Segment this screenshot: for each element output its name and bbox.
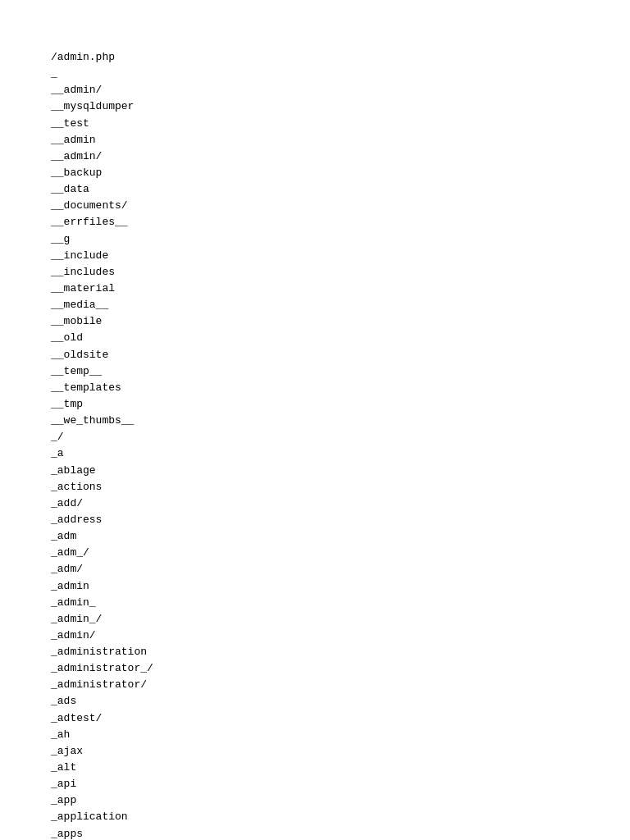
- list-item: __templates: [51, 380, 630, 396]
- file-list: /admin.php___admin/__mysqldumper__test__…: [51, 49, 630, 840]
- list-item: _alt: [51, 760, 630, 776]
- list-item: __old: [51, 330, 630, 346]
- list-item: __admin/: [51, 82, 630, 98]
- list-item: _admin: [51, 578, 630, 595]
- list-item: __temp__: [51, 363, 630, 380]
- list-item: __g: [51, 231, 630, 248]
- list-item: __errfiles__: [51, 214, 630, 231]
- list-item: _ads: [51, 693, 630, 710]
- list-item: __mobile: [51, 313, 630, 330]
- list-item: _actions: [51, 479, 630, 495]
- list-item: _adtest/: [51, 710, 630, 727]
- list-item: _/: [51, 429, 630, 445]
- list-item: __material: [51, 281, 630, 297]
- list-item: _adm_/: [51, 545, 630, 561]
- list-item: _: [51, 66, 630, 82]
- list-item: _adm/: [51, 561, 630, 578]
- list-item: _add/: [51, 495, 630, 512]
- list-item: __mysqldumper: [51, 98, 630, 115]
- list-item: _ablage: [51, 463, 630, 479]
- list-item: _admin_/: [51, 611, 630, 628]
- list-item: _ah: [51, 727, 630, 743]
- list-item: _administrator_/: [51, 660, 630, 677]
- list-item: __tmp: [51, 396, 630, 413]
- list-item: _address: [51, 512, 630, 528]
- list-item: _api: [51, 776, 630, 792]
- list-item: _administration: [51, 644, 630, 660]
- list-item: _administrator/: [51, 677, 630, 693]
- list-item: __admin: [51, 132, 630, 148]
- list-item: _adm: [51, 528, 630, 545]
- list-item: _ajax: [51, 743, 630, 760]
- list-item: _application: [51, 809, 630, 825]
- list-item: __oldsite: [51, 347, 630, 363]
- list-item: __include: [51, 248, 630, 264]
- list-item: _apps: [51, 826, 630, 840]
- list-item: __includes: [51, 264, 630, 281]
- list-item: __we_thumbs__: [51, 413, 630, 429]
- list-item: _a: [51, 445, 630, 462]
- list-item: __data: [51, 181, 630, 198]
- list-item: _admin/: [51, 628, 630, 644]
- list-item: _admin_: [51, 595, 630, 611]
- list-item: /admin.php: [51, 49, 630, 66]
- list-item: __backup: [51, 165, 630, 181]
- list-item: __documents/: [51, 198, 630, 214]
- list-item: __media__: [51, 297, 630, 313]
- list-item: _app: [51, 792, 630, 809]
- list-item: __admin/: [51, 148, 630, 165]
- list-item: __test: [51, 116, 630, 132]
